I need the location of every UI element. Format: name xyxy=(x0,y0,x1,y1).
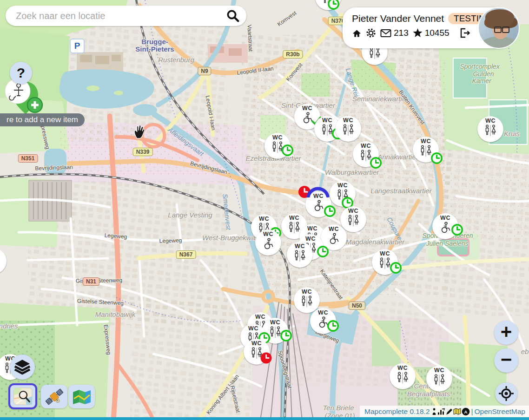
contributor-icon[interactable] xyxy=(431,408,437,415)
status-badge xyxy=(430,152,443,164)
help-label: ? xyxy=(17,65,25,81)
wc-label: WC xyxy=(337,183,348,189)
bottom-accent-bar xyxy=(0,417,529,420)
zoom-in-label: + xyxy=(501,321,512,343)
wc-label: WC xyxy=(305,236,316,242)
app-version[interactable]: Mapcomplete 0.18.2 xyxy=(364,407,430,416)
user-name: Pieter Vander Vennet xyxy=(352,13,444,24)
open-clock-icon xyxy=(390,262,402,274)
wc-label: WC xyxy=(421,138,431,144)
toilet-marker[interactable]: WC xyxy=(335,116,361,142)
toilet-marker[interactable]: WC xyxy=(426,366,452,392)
male-female-icon xyxy=(287,222,301,234)
toilet-marker[interactable]: WC xyxy=(255,230,281,256)
toilet-marker[interactable]: WC xyxy=(287,242,313,268)
markers-layer: WCWCWCWCWCWCWCWCWCWCWCWCWCWCWCWCWCWCWCWC… xyxy=(0,0,529,420)
messages-icon[interactable] xyxy=(380,28,391,38)
osm-carto-icon xyxy=(13,387,33,405)
wc-label: WC xyxy=(361,143,371,149)
wc-label: WC xyxy=(307,226,317,232)
satellite-icon xyxy=(44,387,65,407)
toilet-marker[interactable]: WC xyxy=(0,248,7,274)
status-badge xyxy=(317,245,329,258)
zoom-out-button[interactable]: − xyxy=(494,348,518,373)
male-female-icon xyxy=(432,374,446,387)
stars-count[interactable]: 10455 xyxy=(425,28,450,38)
search-bar xyxy=(6,6,246,26)
open-clock-icon xyxy=(324,205,336,217)
basemap-style-satellite-button[interactable] xyxy=(41,385,67,408)
basemap-style-map-button[interactable] xyxy=(68,385,95,408)
attribution-bar: Mapcomplete 0.18.2 A | OpenStreetMap xyxy=(360,406,529,417)
help-button[interactable]: ? xyxy=(10,62,32,84)
layers-icon xyxy=(13,359,31,375)
male-female-icon xyxy=(396,372,410,384)
zoom-in-button[interactable]: + xyxy=(494,321,518,345)
messages-count[interactable]: 213 xyxy=(394,28,409,38)
license-icon[interactable]: A xyxy=(462,407,470,416)
selection-arc-icon xyxy=(306,185,330,197)
search-icon[interactable] xyxy=(226,9,240,23)
male-female-icon xyxy=(300,295,314,308)
avatar-glasses-right xyxy=(502,26,509,33)
wc-label: WC xyxy=(255,314,265,320)
map-icon[interactable] xyxy=(453,408,461,415)
wc-label: WC xyxy=(440,215,450,221)
wc-label: WC xyxy=(343,118,353,124)
gear-icon[interactable] xyxy=(366,28,376,38)
wc-label: WC xyxy=(322,118,332,124)
status-badge xyxy=(327,0,340,10)
status-badge xyxy=(451,223,463,236)
status-badge xyxy=(390,262,402,274)
open-clock-icon xyxy=(317,245,329,258)
geolocate-button[interactable] xyxy=(495,382,517,405)
wc-label: WC xyxy=(295,243,305,249)
toilet-marker[interactable]: WC xyxy=(390,363,416,389)
toilet-marker[interactable]: WC xyxy=(340,206,366,232)
status-badge xyxy=(280,329,292,342)
open-clock-icon xyxy=(370,157,382,169)
statistics-icon[interactable] xyxy=(437,408,445,415)
toilet-marker[interactable]: WC xyxy=(294,287,320,313)
osm-link[interactable]: OpenStreetMap xyxy=(475,407,525,416)
selected-marker-arc xyxy=(306,185,330,199)
wc-label: WC xyxy=(485,118,496,124)
avatar-glasses-left xyxy=(494,26,502,33)
male-female-icon xyxy=(293,250,307,262)
closed-clock-icon xyxy=(260,352,272,364)
open-clock-icon xyxy=(281,144,294,157)
star-icon[interactable] xyxy=(413,28,423,38)
wheelchair-icon xyxy=(327,233,341,245)
male-female-icon xyxy=(368,47,382,60)
status-badge xyxy=(327,320,339,332)
status-badge xyxy=(324,205,336,217)
wc-label: WC xyxy=(397,365,408,371)
wc-label: WC xyxy=(434,368,444,374)
toilet-marker[interactable]: WC xyxy=(477,116,503,142)
wc-label: WC xyxy=(289,215,299,221)
wheelchair-icon xyxy=(261,238,275,250)
male-female-icon xyxy=(341,124,355,137)
map-canvas[interactable]: Brugge-Sint-PietersRustenburgSint-Gillis… xyxy=(0,0,529,420)
svg-text:A: A xyxy=(464,409,467,414)
wc-label: WC xyxy=(348,208,358,214)
open-clock-icon xyxy=(280,329,292,342)
status-badge xyxy=(281,144,294,157)
layers-button[interactable] xyxy=(10,354,35,380)
user-avatar[interactable] xyxy=(478,7,520,49)
wc-label: WC xyxy=(302,289,312,295)
open-clock-icon xyxy=(430,152,443,164)
logout-icon[interactable] xyxy=(459,27,470,39)
wc-label: WC xyxy=(251,341,262,347)
wc-label: WC xyxy=(263,231,273,237)
folded-map-icon xyxy=(72,388,92,405)
status-badge xyxy=(370,157,382,169)
open-clock-icon xyxy=(327,320,339,332)
edit-pencil-icon[interactable] xyxy=(445,408,453,415)
search-input[interactable] xyxy=(15,10,226,22)
male-female-icon xyxy=(483,125,497,137)
zoom-out-label: − xyxy=(501,348,512,371)
basemap-style-osm-button[interactable] xyxy=(8,383,37,409)
attribution-separator: | xyxy=(471,407,473,416)
home-icon[interactable] xyxy=(352,28,362,38)
